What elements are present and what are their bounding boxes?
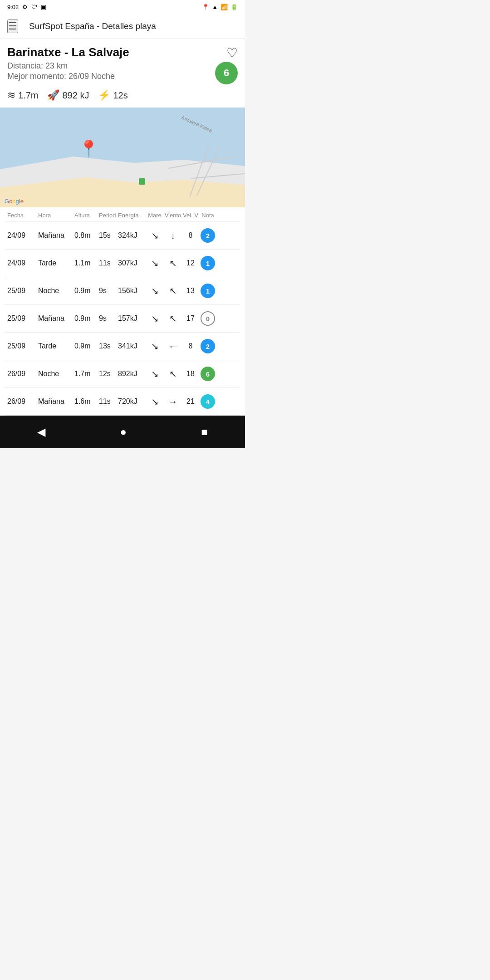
header-period: Period xyxy=(99,212,118,219)
cell-period: 15s xyxy=(99,231,118,240)
home-button[interactable]: ● xyxy=(107,422,139,442)
cell-energia: 720kJ xyxy=(118,397,146,406)
header-mare: Mare xyxy=(146,212,163,219)
map-marker-green xyxy=(139,178,145,185)
cell-energia: 156kJ xyxy=(118,287,146,295)
score-circle: 1 xyxy=(201,256,215,270)
favorite-button[interactable]: ♡ xyxy=(226,45,238,60)
score-circle: 0 xyxy=(201,311,215,326)
cell-mare: ↘ xyxy=(146,285,163,296)
cell-velv: 12 xyxy=(182,259,199,267)
cell-hora: Noche xyxy=(38,370,74,378)
header-viento: Viento xyxy=(163,212,182,219)
beach-name: Barinatxe - La Salvaje xyxy=(7,45,238,59)
table-row: 26/09 Mañana 1.6m 11s 720kJ ↘ → 21 4 xyxy=(5,388,240,416)
wave-height-value: 1.7m xyxy=(18,90,38,101)
cell-mare: ↘ xyxy=(146,396,163,407)
cell-mare: ↘ xyxy=(146,230,163,241)
cell-period: 9s xyxy=(99,314,118,323)
cell-altura: 1.7m xyxy=(74,370,99,378)
beach-best-moment: Mejor momento: 26/09 Noche xyxy=(7,72,238,81)
period-stat: ⚡ 12s xyxy=(98,89,127,101)
cell-hora: Tarde xyxy=(38,259,74,267)
wave-icon: ≋ xyxy=(7,89,15,101)
cell-hora: Mañana xyxy=(38,314,74,323)
cell-mare: ↘ xyxy=(146,258,163,269)
cell-fecha: 25/09 xyxy=(7,314,38,323)
map[interactable]: Arriatera Kalea 📍 Google xyxy=(0,108,245,207)
cell-nota: 1 xyxy=(199,256,217,270)
location-icon: 📍 xyxy=(202,4,209,10)
cell-mare: ↘ xyxy=(146,368,163,379)
bottom-nav: ◀ ● ■ xyxy=(0,416,245,448)
sim-icon: ▣ xyxy=(41,4,46,10)
cell-fecha: 24/09 xyxy=(7,231,38,240)
cell-fecha: 26/09 xyxy=(7,397,38,406)
cell-velv: 17 xyxy=(182,314,199,323)
settings-icon: ⚙ xyxy=(22,4,28,10)
header-velv: Vel. V xyxy=(182,212,199,219)
cell-viento: ↖ xyxy=(163,313,182,324)
period-value: 12s xyxy=(113,90,127,101)
cell-fecha: 25/09 xyxy=(7,342,38,350)
cell-nota: 1 xyxy=(199,284,217,298)
menu-button[interactable]: ☰ xyxy=(7,20,18,33)
cell-viento: ↖ xyxy=(163,258,182,269)
cell-fecha: 26/09 xyxy=(7,370,38,378)
stats-row: ≋ 1.7m 🚀 892 kJ ⚡ 12s xyxy=(0,86,245,108)
cell-energia: 341kJ xyxy=(118,342,146,350)
cell-nota: 2 xyxy=(199,339,217,353)
score-circle: 1 xyxy=(201,284,215,298)
cell-viento: ↖ xyxy=(163,285,182,296)
cell-altura: 0.9m xyxy=(74,342,99,350)
status-bar: 9:02 ⚙ 🛡 ▣ 📍 ▲ 📶 🔋 xyxy=(0,0,245,14)
beach-distance: Distancia: 23 km xyxy=(7,61,238,71)
cell-period: 11s xyxy=(99,397,118,406)
beach-header: Barinatxe - La Salvaje ♡ Distancia: 23 k… xyxy=(0,39,245,86)
cell-nota: 4 xyxy=(199,394,217,409)
cell-nota: 6 xyxy=(199,367,217,381)
table-header: Fecha Hora Altura Period Energía Mare Vi… xyxy=(5,207,240,222)
app-bar: ☰ SurfSpot España - Detalles playa xyxy=(0,14,245,39)
header-nota: Nota xyxy=(199,212,217,219)
cell-fecha: 25/09 xyxy=(7,287,38,295)
status-time: 9:02 xyxy=(7,4,19,10)
cell-hora: Noche xyxy=(38,287,74,295)
cell-velv: 21 xyxy=(182,397,199,406)
recents-button[interactable]: ■ xyxy=(188,422,220,442)
cell-energia: 307kJ xyxy=(118,259,146,267)
cell-nota: 0 xyxy=(199,311,217,326)
cell-velv: 18 xyxy=(182,370,199,378)
app-title: SurfSpot España - Detalles playa xyxy=(29,21,156,31)
table-row: 25/09 Noche 0.9m 9s 156kJ ↘ ↖ 13 1 xyxy=(5,277,240,305)
cell-altura: 1.1m xyxy=(74,259,99,267)
energy-stat: 🚀 892 kJ xyxy=(47,89,89,101)
cell-hora: Mañana xyxy=(38,397,74,406)
cell-velv: 8 xyxy=(182,342,199,350)
cell-hora: Mañana xyxy=(38,231,74,240)
table-row: 24/09 Mañana 0.8m 15s 324kJ ↘ ↓ 8 2 xyxy=(5,222,240,250)
table-row: 24/09 Tarde 1.1m 11s 307kJ ↘ ↖ 12 1 xyxy=(5,250,240,277)
cell-velv: 13 xyxy=(182,287,199,295)
header-fecha: Fecha xyxy=(7,212,38,219)
back-button[interactable]: ◀ xyxy=(24,422,58,442)
status-right-icons: 📍 ▲ 📶 🔋 xyxy=(202,4,238,10)
score-circle: 2 xyxy=(201,228,215,243)
header-altura: Altura xyxy=(74,212,99,219)
cell-period: 11s xyxy=(99,259,118,267)
cell-viento: → xyxy=(163,397,182,407)
signal-icon: 📶 xyxy=(220,4,228,10)
header-energia: Energía xyxy=(118,212,146,219)
cell-energia: 324kJ xyxy=(118,231,146,240)
cell-energia: 892kJ xyxy=(118,370,146,378)
score-circle: 4 xyxy=(201,394,215,409)
table-row: 25/09 Mañana 0.9m 9s 157kJ ↘ ↖ 17 0 xyxy=(5,305,240,333)
cell-mare: ↘ xyxy=(146,341,163,352)
cell-altura: 1.6m xyxy=(74,397,99,406)
rocket-icon: 🚀 xyxy=(47,89,59,101)
score-badge: 6 xyxy=(215,62,238,84)
score-circle: 6 xyxy=(201,367,215,381)
wave-height-stat: ≋ 1.7m xyxy=(7,89,38,101)
energy-value: 892 kJ xyxy=(62,90,89,101)
cell-period: 12s xyxy=(99,370,118,378)
